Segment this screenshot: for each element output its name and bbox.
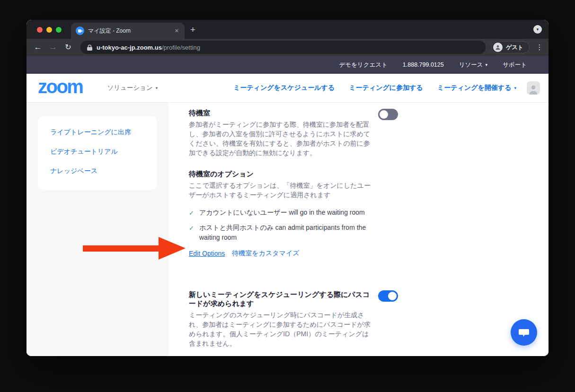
url-path: /profile/setting bbox=[162, 44, 200, 51]
passcode-setting: 新しいミーティングをスケジューリングする際にパスコードが求められます ミーティン… bbox=[189, 290, 548, 348]
zoom-header: zoom ソリューション▾ ミーティングをスケジュールする ミーティングに参加す… bbox=[27, 74, 548, 103]
waiting-room-title: 待機室 bbox=[189, 108, 374, 117]
browser-menu-icon[interactable]: ⋮ bbox=[535, 43, 544, 52]
topbar-request-demo-link[interactable]: デモをリクエスト bbox=[339, 61, 387, 69]
sidebar-card: ライブトレーニングに出席 ビデオチュートリアル ナレッジベース bbox=[38, 116, 157, 190]
browser-toolbar: ← → ↻ u-tokyo-ac-jp.zoom.us/profile/sett… bbox=[27, 39, 548, 56]
browser-tab-strip: マイ設定 - Zoom ✕ + ▾ bbox=[27, 20, 548, 39]
minimize-window-button[interactable] bbox=[46, 27, 52, 33]
back-button[interactable]: ← bbox=[31, 41, 44, 54]
option-item-label: アカウントにいないユーザー will go in the waiting roo… bbox=[199, 208, 365, 218]
host-meeting-menu[interactable]: ミーティングを開催する▾ bbox=[437, 84, 516, 92]
tab-search-button[interactable]: ▾ bbox=[533, 25, 542, 34]
option-item-label: ホストと共同ホストのみ can admit participants from … bbox=[199, 223, 374, 243]
zoom-topbar: デモをリクエスト 1.888.799.0125 リソース▾ サポート bbox=[27, 56, 548, 74]
header-nav: ミーティングをスケジュールする ミーティングに参加する ミーティングを開催する▾ bbox=[233, 84, 516, 92]
edit-options-link[interactable]: Edit Options bbox=[189, 250, 225, 257]
waiting-room-toggle[interactable] bbox=[378, 109, 398, 120]
customize-waiting-room-link[interactable]: 待機室をカスタマイズ bbox=[232, 249, 299, 258]
check-icon: ✓ bbox=[189, 223, 194, 243]
option-item: ✓ ホストと共同ホストのみ can admit participants fro… bbox=[189, 223, 374, 243]
topbar-link-label: 1.888.799.0125 bbox=[403, 61, 444, 68]
passcode-title: 新しいミーティングをスケジューリングする際にパスコードが求められます bbox=[189, 290, 374, 308]
passcode-text: 新しいミーティングをスケジューリングする際にパスコードが求められます ミーティン… bbox=[189, 290, 374, 348]
topbar-resources-menu[interactable]: リソース▾ bbox=[459, 61, 487, 69]
page-body: ライブトレーニングに出席 ビデオチュートリアル ナレッジベース 待機室 参加者が… bbox=[27, 103, 548, 356]
guest-label: ゲスト bbox=[506, 44, 523, 52]
sidebar: ライブトレーニングに出席 ビデオチュートリアル ナレッジベース bbox=[27, 103, 168, 356]
reload-button[interactable]: ↻ bbox=[62, 41, 75, 54]
browser-tab[interactable]: マイ設定 - Zoom ✕ bbox=[71, 23, 185, 39]
chevron-down-icon: ▾ bbox=[537, 27, 539, 32]
nav-link-label: ミーティングを開催する bbox=[437, 84, 512, 92]
waiting-room-links: Edit Options 待機室をカスタマイズ bbox=[189, 249, 548, 258]
lock-icon bbox=[87, 44, 92, 51]
waiting-room-options: 待機室のオプション ここで選択するオプションは、「待機室」をオンにしたユーザーが… bbox=[189, 169, 548, 258]
waiting-room-options-description: ここで選択するオプションは、「待機室」をオンにしたユーザーがホストするミーティン… bbox=[189, 181, 374, 200]
sidebar-link-live-training[interactable]: ライブトレーニングに出席 bbox=[50, 128, 145, 137]
chevron-down-icon: ▾ bbox=[156, 86, 158, 90]
solutions-menu[interactable]: ソリューション▾ bbox=[107, 84, 158, 92]
window-controls bbox=[37, 27, 62, 33]
url-host: u-tokyo-ac-jp.zoom.us bbox=[97, 44, 162, 51]
waiting-room-options-list: ✓ アカウントにいないユーザー will go in the waiting r… bbox=[189, 208, 374, 243]
option-item: ✓ アカウントにいないユーザー will go in the waiting r… bbox=[189, 208, 374, 218]
solutions-label: ソリューション bbox=[107, 84, 152, 92]
chevron-down-icon: ▾ bbox=[514, 86, 516, 90]
desktop: { "browser": { "tab_title": "マイ設定 - Zoom… bbox=[0, 0, 575, 392]
join-meeting-link[interactable]: ミーティングに参加する bbox=[349, 84, 423, 92]
sidebar-link-knowledge-base[interactable]: ナレッジベース bbox=[50, 167, 145, 175]
tab-title: マイ設定 - Zoom bbox=[88, 27, 170, 35]
waiting-room-text: 待機室 参加者がミーティングに参加する際、待機室に参加者を配置し、参加者の入室を… bbox=[189, 108, 374, 157]
zoom-favicon-icon bbox=[76, 26, 84, 35]
address-bar[interactable]: u-tokyo-ac-jp.zoom.us/profile/setting bbox=[80, 41, 486, 54]
toggle-knob bbox=[388, 292, 397, 300]
chat-bubble-icon bbox=[518, 327, 530, 338]
topbar-phone-link[interactable]: 1.888.799.0125 bbox=[403, 61, 444, 68]
topbar-support-link[interactable]: サポート bbox=[503, 61, 527, 69]
browser-profile-button[interactable]: ゲスト bbox=[491, 41, 530, 53]
forward-button[interactable]: → bbox=[46, 41, 60, 54]
waiting-room-description: 参加者がミーティングに参加する際、待機室に参加者を配置し、参加者の入室を個別に許… bbox=[189, 120, 374, 157]
nav-link-label: ミーティングに参加する bbox=[349, 84, 423, 92]
topbar-link-label: リソース bbox=[459, 61, 483, 69]
browser-window: マイ設定 - Zoom ✕ + ▾ ← → ↻ u-tokyo-ac-jp.zo… bbox=[27, 20, 548, 356]
topbar-link-label: デモをリクエスト bbox=[339, 61, 387, 69]
tab-close-icon[interactable]: ✕ bbox=[174, 27, 180, 35]
settings-main: 待機室 参加者がミーティングに参加する際、待機室に参加者を配置し、参加者の入室を… bbox=[168, 103, 548, 356]
toggle-knob bbox=[380, 110, 388, 119]
account-avatar[interactable] bbox=[527, 81, 540, 95]
guest-avatar-icon bbox=[493, 43, 503, 52]
sidebar-link-video-tutorials[interactable]: ビデオチュートリアル bbox=[50, 148, 145, 156]
fullscreen-window-button[interactable] bbox=[56, 27, 62, 33]
chevron-down-icon: ▾ bbox=[486, 63, 488, 67]
schedule-meeting-link[interactable]: ミーティングをスケジュールする bbox=[233, 84, 335, 92]
passcode-toggle[interactable] bbox=[378, 290, 398, 302]
check-icon: ✓ bbox=[189, 208, 194, 218]
waiting-room-setting: 待機室 参加者がミーティングに参加する際、待機室に参加者を配置し、参加者の入室を… bbox=[189, 108, 548, 157]
zoom-logo[interactable]: zoom bbox=[38, 77, 82, 96]
close-window-button[interactable] bbox=[37, 27, 43, 33]
topbar-link-label: サポート bbox=[503, 61, 527, 69]
passcode-description: ミーティングのスケジューリング時にパスコードが生成され、参加者はミーティングに参… bbox=[189, 310, 374, 348]
new-tab-button[interactable]: + bbox=[190, 24, 195, 36]
nav-link-label: ミーティングをスケジュールする bbox=[233, 84, 335, 92]
chat-support-button[interactable] bbox=[511, 319, 537, 346]
waiting-room-options-title: 待機室のオプション bbox=[189, 169, 548, 178]
